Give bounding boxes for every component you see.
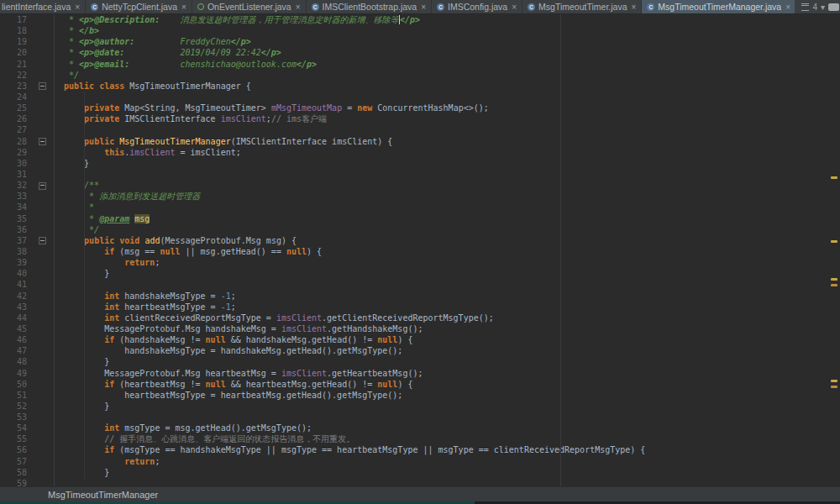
code-line[interactable]: 58 } [0,467,840,478]
line-number[interactable]: 23 [0,81,32,92]
fold-collapse-icon[interactable] [39,82,46,90]
line-number[interactable]: 39 [0,257,32,268]
close-tab-icon[interactable]: × [631,3,636,12]
code-line[interactable]: 46 if (handshakeMsg != null && handshake… [0,334,840,345]
code-line[interactable]: 31 [0,169,840,180]
warning-stripe-mark[interactable] [831,240,837,243]
line-number[interactable]: 25 [0,102,32,113]
line-number[interactable]: 43 [0,302,32,312]
close-tab-icon[interactable]: × [181,3,186,12]
line-number[interactable]: 47 [0,345,32,356]
line-number[interactable]: 49 [0,368,32,379]
code-line[interactable]: 17 * <p>@Description: 消息发送超时管理器，用于管理消息定时… [0,14,840,25]
code-line[interactable]: 59 [0,478,840,486]
code-line[interactable]: 21 * <p>@email: chenshichao@outlook.com<… [0,59,840,70]
code-line[interactable]: 49 MessageProtobuf.Msg heartbeatMsg = im… [0,368,840,379]
close-tab-icon[interactable]: × [75,3,80,12]
code-line[interactable]: 52 } [0,401,840,412]
code-line[interactable]: 35 * @param msg [0,213,840,224]
line-number[interactable]: 53 [0,412,32,423]
line-number[interactable]: 46 [0,334,32,345]
line-number[interactable]: 50 [0,379,32,390]
code-line[interactable]: 34 * [0,202,840,213]
close-tab-icon[interactable]: × [296,3,301,12]
close-tab-icon[interactable]: × [512,3,517,12]
line-number[interactable]: 55 [0,433,32,444]
inspections-status-chip[interactable] [828,3,839,11]
code-line[interactable]: 53 [0,412,840,423]
code-line[interactable]: 37 public void add(MessageProtobuf.Msg m… [0,235,840,246]
fold-collapse-icon[interactable] [39,138,46,145]
line-number[interactable]: 27 [0,124,32,135]
code-line[interactable]: 36 */ [0,224,840,235]
line-number[interactable]: 38 [0,246,32,257]
line-number[interactable]: 18 [0,25,32,36]
code-line[interactable]: 22 */ [0,70,840,81]
line-number[interactable]: 19 [0,36,32,47]
line-number[interactable]: 54 [0,423,32,433]
line-number[interactable]: 41 [0,279,32,290]
line-number[interactable]: 44 [0,312,32,323]
close-tab-icon[interactable]: × [421,3,426,12]
code-line[interactable]: 57 return; [0,456,840,467]
line-number[interactable]: 24 [0,92,32,102]
fold-collapse-icon[interactable] [39,182,46,190]
warning-stripe-mark[interactable] [831,386,837,388]
code-editor[interactable]: 17 * <p>@Description: 消息发送超时管理器，用于管理消息定时… [0,14,840,486]
warning-stripe-mark[interactable] [831,284,837,286]
code-line[interactable]: 50 if (heartbeatMsg != null && heartbeat… [0,379,840,390]
line-number[interactable]: 28 [0,136,32,147]
line-number[interactable]: 17 [0,14,32,25]
line-number[interactable]: 29 [0,147,32,158]
code-line[interactable]: 30 } [0,158,840,169]
line-number[interactable]: 51 [0,390,32,401]
line-number[interactable]: 40 [0,268,32,279]
line-number[interactable]: 52 [0,401,32,412]
line-number[interactable]: 48 [0,356,32,367]
line-number[interactable]: 56 [0,444,32,455]
code-line[interactable]: 29 this.imsClient = imsClient; [0,147,840,158]
editor-tab[interactable]: CMsgTimeoutTimerManager.java× [642,0,795,13]
line-number[interactable]: 33 [0,191,32,202]
line-number[interactable]: 22 [0,70,32,81]
line-number[interactable]: 34 [0,202,32,213]
warning-stripe-mark[interactable] [831,278,837,281]
editor-tab[interactable]: CIMSConfig.java× [432,0,522,13]
line-number[interactable]: 35 [0,213,32,224]
code-line[interactable]: 42 int handshakeMsgType = -1; [0,291,840,302]
breadcrumb[interactable]: MsgTimeoutTimerManager [48,490,158,500]
code-line[interactable]: 41 [0,279,840,290]
line-number[interactable]: 45 [0,323,32,334]
editor-tab[interactable]: CIMSClientBootstrap.java× [307,0,432,13]
line-number[interactable]: 36 [0,224,32,235]
close-tab-icon[interactable]: × [785,3,790,12]
line-number[interactable]: 32 [0,180,32,191]
code-line[interactable]: 20 * <p>@date: 2019/04/09 22:42</p> [0,47,840,58]
warning-stripe-mark[interactable] [831,176,837,179]
code-line[interactable]: 28 public MsgTimeoutTimerManager(IMSClie… [0,136,840,147]
code-line[interactable]: 33 * 添加消息到发送超时管理器 [0,191,840,202]
editor-tab[interactable]: OnEventListener.java× [192,0,307,13]
code-line[interactable]: 48 } [0,356,840,367]
code-line[interactable]: 26 private IMSClientInterface imsClient;… [0,113,840,124]
fold-collapse-icon[interactable] [39,237,46,244]
editor-tab[interactable]: lientInterface.java× [0,0,86,13]
line-number[interactable]: 30 [0,158,32,169]
line-number[interactable]: 42 [0,291,32,302]
code-line[interactable]: 47 handshakeMsgType = handshakeMsg.getHe… [0,345,840,356]
line-number[interactable]: 21 [0,59,32,70]
code-line[interactable]: 45 MessageProtobuf.Msg handshakeMsg = im… [0,323,840,334]
code-line[interactable]: 55 // 握手消息、心跳消息、客户端返回的状态报告消息，不用重发。 [0,433,840,444]
code-line[interactable]: 19 * <p>@author: FreddyChen</p> [0,36,840,47]
editor-tab[interactable]: CMsgTimeoutTimer.java× [522,0,642,13]
code-line[interactable]: 44 int clientReceivedReportMsgType = ims… [0,312,840,323]
code-line[interactable]: 23public class MsgTimeoutTimerManager { [0,81,840,92]
line-number[interactable]: 37 [0,235,32,246]
code-line[interactable]: 38 if (msg == null || msg.getHead() == n… [0,246,840,257]
line-number[interactable]: 31 [0,169,32,180]
warning-stripe-mark[interactable] [831,380,837,382]
code-line[interactable]: 51 heartbeatMsgType = heartbeatMsg.getHe… [0,390,840,401]
editor-tab[interactable]: CNettyTcpClient.java× [86,0,192,13]
line-number[interactable]: 57 [0,456,32,467]
code-line[interactable]: 43 int heartbeatMsgType = -1; [0,302,840,312]
